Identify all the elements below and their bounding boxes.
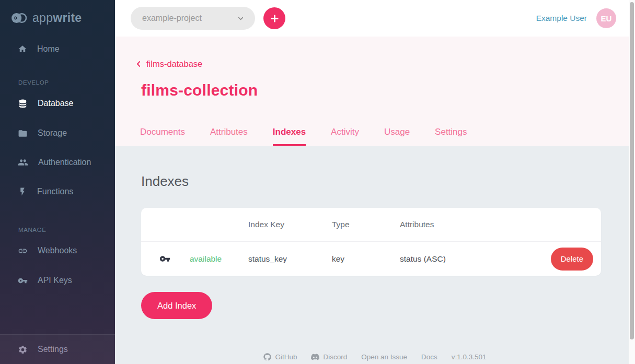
col-type: Type	[332, 220, 400, 229]
footer-link-label: Open an Issue	[361, 353, 407, 361]
project-select[interactable]: example-project	[131, 7, 255, 30]
add-index-button[interactable]: Add Index	[141, 292, 212, 319]
appwrite-logo: appwrite	[0, 0, 115, 34]
sidebar-item-label: API Keys	[38, 276, 72, 285]
footer-discord-link[interactable]: Discord	[311, 353, 347, 361]
breadcrumb-label: films-database	[146, 59, 202, 69]
sidebar-item-label: Settings	[38, 345, 68, 354]
cell-index-key: status_key	[248, 254, 332, 264]
footer-link-label: Docs	[421, 353, 437, 361]
users-icon	[18, 157, 28, 168]
gear-icon	[18, 345, 28, 355]
footer-open-issue-link[interactable]: Open an Issue	[361, 353, 407, 361]
sidebar-section-develop: DEVELOP	[0, 79, 115, 86]
tab-activity[interactable]: Activity	[331, 127, 359, 146]
sidebar-section-manage: MANAGE	[0, 227, 115, 233]
sidebar-item-label: Webhooks	[38, 246, 77, 255]
footer-link-label: GitHub	[275, 353, 297, 361]
sidebar-item-settings[interactable]: Settings	[0, 339, 115, 360]
footer: GitHub Discord Open an Issue Docs v:1.0.…	[263, 353, 486, 364]
page-title: films-collection	[141, 81, 635, 99]
database-icon	[18, 99, 28, 109]
sidebar-item-home[interactable]: Home	[0, 39, 115, 60]
sidebar-item-database[interactable]: Database	[0, 93, 115, 114]
home-icon	[18, 44, 27, 54]
tab-bar: Documents Attributes Indexes Activity Us…	[140, 127, 467, 146]
cell-type: key	[332, 254, 400, 264]
add-project-button[interactable]	[263, 7, 285, 29]
main-content: Indexes Index Key Type Attributes availa…	[115, 146, 635, 364]
tab-documents[interactable]: Documents	[140, 127, 185, 146]
indexes-table: Index Key Type Attributes available stat…	[141, 208, 601, 276]
user-name-link[interactable]: Example User	[536, 14, 587, 23]
link-icon	[18, 246, 28, 256]
sidebar-item-storage[interactable]: Storage	[0, 123, 115, 144]
topbar: example-project Example User EU	[115, 0, 635, 37]
table-header-row: Index Key Type Attributes	[141, 208, 601, 241]
sidebar-item-api-keys[interactable]: API Keys	[0, 270, 115, 291]
breadcrumb[interactable]: films-database	[135, 59, 635, 69]
chevron-left-icon	[135, 60, 143, 68]
key-icon	[18, 276, 28, 286]
footer-link-label: Discord	[323, 353, 347, 361]
discord-icon	[311, 354, 319, 360]
section-heading: Indexes	[141, 173, 609, 190]
delete-button[interactable]: Delete	[551, 248, 593, 271]
tab-settings[interactable]: Settings	[435, 127, 467, 146]
scrollbar-thumb[interactable]	[630, 2, 634, 339]
chevron-down-icon	[237, 15, 245, 22]
sidebar-settings-block: Settings	[0, 334, 115, 364]
lightning-icon	[18, 187, 27, 196]
topbar-user-area: Example User EU	[536, 8, 616, 28]
sidebar-item-label: Authentication	[38, 158, 91, 167]
col-index-key: Index Key	[248, 220, 332, 229]
footer-docs-link[interactable]: Docs	[421, 353, 437, 361]
avatar[interactable]: EU	[596, 8, 616, 28]
sidebar-item-label: Database	[38, 99, 74, 108]
cell-attributes: status (ASC)	[400, 254, 543, 264]
folder-icon	[18, 128, 28, 138]
appwrite-logo-icon	[10, 11, 28, 25]
sidebar-item-functions[interactable]: Functions	[0, 181, 115, 202]
sidebar-item-label: Functions	[37, 187, 73, 196]
github-icon	[263, 353, 271, 361]
index-key-icon	[159, 253, 190, 264]
sidebar: appwrite Home DEVELOP Database Storage A…	[0, 0, 115, 364]
scrollbar-track[interactable]	[629, 0, 635, 364]
sidebar-item-label: Storage	[38, 128, 67, 138]
version-label: v:1.0.3.501	[452, 353, 487, 361]
tab-attributes[interactable]: Attributes	[210, 127, 248, 146]
tab-indexes[interactable]: Indexes	[273, 127, 306, 146]
tab-usage[interactable]: Usage	[384, 127, 410, 146]
col-attributes: Attributes	[400, 220, 543, 229]
page-header: films-database films-collection Document…	[115, 37, 635, 146]
table-row: available status_key key status (ASC) De…	[141, 241, 601, 276]
main-column: example-project Example User EU films-da…	[115, 0, 635, 364]
sidebar-item-label: Home	[37, 44, 60, 54]
plus-icon	[270, 14, 279, 23]
footer-github-link[interactable]: GitHub	[263, 353, 297, 361]
sidebar-item-webhooks[interactable]: Webhooks	[0, 240, 115, 261]
project-select-value: example-project	[142, 14, 202, 23]
sidebar-item-authentication[interactable]: Authentication	[0, 152, 115, 173]
status-badge: available	[190, 254, 248, 264]
appwrite-logo-text: appwrite	[32, 11, 82, 25]
